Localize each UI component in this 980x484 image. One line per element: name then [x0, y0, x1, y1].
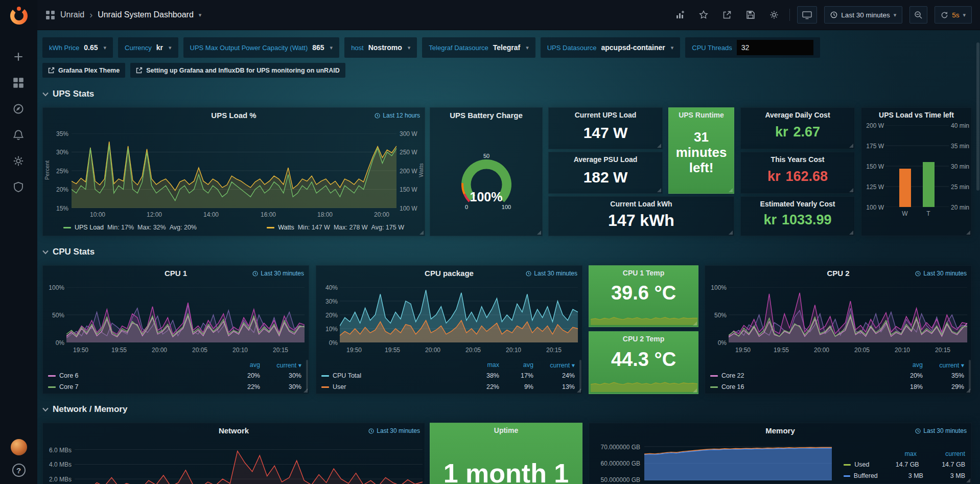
legend-name[interactable]: User	[333, 383, 346, 390]
variable-value[interactable]: kr	[156, 43, 163, 52]
variable-currency[interactable]: Currency kr ▾	[118, 37, 178, 58]
legend-name[interactable]: Core 16	[721, 383, 744, 390]
legend-name[interactable]: Used	[854, 461, 869, 468]
sidebar-item-configuration[interactable]	[13, 155, 25, 168]
cpu-package-graph[interactable]	[340, 287, 578, 342]
panel-title[interactable]: UPS Battery Charge	[430, 111, 542, 120]
panel-title[interactable]: Average PSU Load	[549, 155, 662, 164]
legend-header-avg[interactable]: avg	[503, 361, 533, 368]
caret-down-icon[interactable]: ▾	[199, 12, 202, 18]
legend-header-current[interactable]: current ▾	[537, 361, 575, 369]
sidebar-item-explore[interactable]	[13, 103, 25, 116]
panel-title[interactable]: Current Load kWh	[549, 200, 734, 208]
legend-item-watts[interactable]: Watts Min: 147 W Max: 278 W Avg: 175 W	[267, 224, 404, 231]
panel-title[interactable]: Average Daily Cost	[741, 111, 854, 119]
variable-telegraf-datasource[interactable]: Telegraf Datasource Telegraf ▾	[422, 37, 535, 58]
panel-title[interactable]: UPS Runtime	[669, 111, 734, 119]
variable-kwh-price[interactable]: kWh Price 0.65 ▾	[42, 37, 113, 58]
cpu1-graph[interactable]	[66, 287, 305, 342]
refresh-picker[interactable]: 5s ▾	[935, 6, 972, 24]
legend-row[interactable]: Buffered 3 MB 3 MB	[844, 470, 965, 481]
variable-value[interactable]: Telegraf	[493, 43, 520, 52]
add-panel-button[interactable]	[672, 7, 688, 23]
link-ups-monitoring-guide[interactable]: Setting up Grafana and InfluxDB for UPS …	[130, 63, 345, 78]
memory-graph[interactable]	[644, 444, 832, 480]
link-grafana-plex-theme[interactable]: Grafana Plex Theme	[42, 63, 125, 78]
legend-scrollbar[interactable]	[969, 360, 971, 390]
zoom-out-button[interactable]	[909, 6, 927, 24]
variable-value[interactable]: Nostromo	[368, 43, 402, 52]
time-range-picker[interactable]: Last 30 minutes ▾	[824, 6, 902, 24]
legend-header-max[interactable]: max	[872, 450, 917, 457]
panel-title[interactable]: UPS Load %	[43, 111, 425, 120]
legend-header-current[interactable]: current ▾	[926, 361, 964, 369]
legend-name[interactable]: CPU Total	[333, 372, 361, 379]
legend-scrollbar[interactable]	[579, 360, 581, 390]
caret-down-icon[interactable]: ▾	[330, 44, 333, 51]
network-graph[interactable]	[75, 439, 423, 484]
cycle-view-button[interactable]	[797, 6, 817, 24]
panel-title[interactable]: CPU 1 Temp	[589, 269, 698, 277]
legend-row[interactable]: Used 14.7 GB 14.7 GB	[844, 459, 965, 470]
legend-header-current[interactable]: current ▾	[264, 361, 301, 369]
breadcrumb-title[interactable]: Unraid System Dashboard	[98, 10, 194, 19]
legend-header-avg[interactable]: avg	[890, 361, 923, 368]
breadcrumb-folder[interactable]: Unraid	[60, 10, 84, 19]
sidebar-item-alerting[interactable]	[13, 129, 25, 142]
legend-row[interactable]: Core 7 22% 30%	[48, 381, 301, 393]
panel-title[interactable]: Memory	[589, 426, 971, 435]
dashboard-settings-button[interactable]	[766, 7, 782, 23]
caret-down-icon[interactable]: ▾	[103, 44, 106, 51]
legend-row[interactable]: Core 16 18% 29%	[710, 381, 964, 393]
variable-value[interactable]: apcupsd-container	[601, 43, 665, 52]
panel-title[interactable]: Current UPS Load	[549, 111, 662, 119]
legend-row[interactable]: Core 6 20% 30%	[48, 370, 301, 381]
caret-down-icon[interactable]: ▾	[526, 44, 529, 51]
legend-scrollbar[interactable]	[306, 360, 308, 390]
cpu-threads-input[interactable]	[737, 40, 813, 55]
section-header-network-memory[interactable]: Network / Memory	[42, 404, 127, 415]
caret-down-icon[interactable]: ▾	[671, 44, 674, 51]
user-avatar[interactable]	[11, 439, 27, 455]
ups-load-graph[interactable]	[72, 133, 396, 208]
legend-header-current[interactable]: current	[920, 450, 965, 457]
legend-row[interactable]: User 22% 9% 13%	[321, 381, 575, 393]
grafana-logo[interactable]	[8, 5, 30, 27]
legend-header-max[interactable]: max	[469, 361, 499, 368]
caret-down-icon[interactable]: ▾	[169, 44, 172, 51]
sidebar-item-dashboards[interactable]	[13, 77, 25, 89]
legend-name[interactable]: Watts	[278, 224, 294, 231]
panel-title[interactable]: Uptime	[430, 426, 582, 434]
share-button[interactable]	[719, 7, 735, 23]
dashboard-scrollbar[interactable]	[976, 42, 979, 191]
bar-time-left[interactable]	[923, 162, 935, 207]
variable-ups-datasource[interactable]: UPS Datasource apcupsd-container ▾	[541, 37, 681, 58]
section-header-ups-stats[interactable]: UPS Stats	[42, 88, 94, 100]
legend-name[interactable]: Core 6	[59, 372, 79, 379]
panel-title[interactable]: Estimated Yearly Cost	[741, 200, 854, 208]
cpu2-graph[interactable]	[729, 287, 967, 342]
help-icon[interactable]: ?	[12, 464, 26, 477]
legend-name[interactable]: Core 22	[721, 372, 744, 379]
sidebar-item-create[interactable]	[13, 51, 25, 63]
sidebar-item-server-admin[interactable]	[13, 181, 25, 194]
section-header-cpu-stats[interactable]: CPU Stats	[42, 246, 95, 258]
variable-value[interactable]: 0.65	[84, 43, 98, 52]
panel-title[interactable]: UPS Load vs Time left	[861, 111, 971, 119]
star-button[interactable]	[695, 7, 712, 23]
legend-name[interactable]: Core 7	[59, 383, 79, 390]
panel-title[interactable]: This Years Cost	[741, 155, 854, 164]
legend-header-avg[interactable]: avg	[227, 361, 260, 368]
save-button[interactable]	[742, 7, 759, 23]
bar-ups-load-watts[interactable]	[899, 169, 911, 207]
legend-row[interactable]: CPU Total 38% 17% 24%	[321, 370, 575, 381]
variable-host[interactable]: host Nostromo ▾	[344, 37, 417, 58]
variable-value[interactable]: 865	[312, 43, 324, 52]
panel-title[interactable]: CPU 2 Temp	[589, 335, 698, 343]
legend-item-ups-load[interactable]: UPS Load Min: 17% Max: 32% Avg: 20%	[63, 224, 197, 231]
panel-title[interactable]: Network	[43, 426, 425, 435]
caret-down-icon[interactable]: ▾	[408, 44, 411, 51]
legend-name[interactable]: Buffered	[854, 472, 878, 479]
legend-name[interactable]: UPS Load	[75, 224, 104, 231]
variable-ups-max-output[interactable]: UPS Max Output Power Capacity (Watt) 865…	[183, 37, 340, 58]
